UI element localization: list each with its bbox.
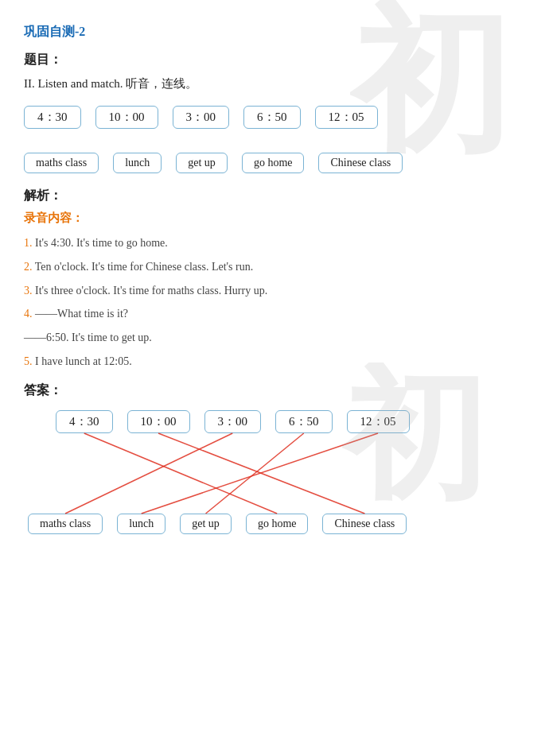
word-box-4: Chinese class: [318, 153, 403, 173]
word-box-3: go home: [242, 153, 305, 173]
section-label: 题目：: [24, 52, 525, 68]
answer-word-2: get up: [180, 514, 232, 534]
content-line-1: 2. Ten o'clock. It's time for Chinese cl…: [24, 258, 525, 277]
svg-line-3: [206, 433, 304, 514]
line-num-1: 2.: [24, 261, 33, 273]
content-line-5: 5. I have lunch at 12:05.: [24, 352, 525, 371]
answer-words-row: maths class lunch get up go home Chinese…: [28, 514, 407, 534]
answer-lines-svg: [24, 410, 525, 585]
word-box-0: maths class: [24, 153, 99, 173]
line-text-4: ——6:50. It's time to get up.: [24, 331, 152, 343]
line-text-1: Ten o'clock. It's time for Chinese class…: [35, 261, 253, 273]
answer-word-3: go home: [246, 514, 309, 534]
answer-times-row: 4：30 10：00 3：00 6：50 12：05: [56, 410, 410, 433]
time-box-0: 4：30: [24, 106, 81, 129]
answer-time-1: 10：00: [127, 410, 190, 433]
time-box-3: 6：50: [243, 106, 301, 129]
instruction: II. Listen and match. 听音，连线。: [24, 76, 525, 91]
word-box-2: get up: [176, 153, 228, 173]
svg-line-4: [142, 433, 378, 514]
answer-time-4: 12：05: [347, 410, 410, 433]
content-line-3: 4. ——What time is it?: [24, 304, 525, 324]
words-row: maths class lunch get up go home Chinese…: [24, 153, 525, 173]
line-num-2: 3.: [24, 285, 33, 297]
content-line-4: ——6:50. It's time to get up.: [24, 328, 525, 347]
line-text-3: ——What time is it?: [35, 308, 128, 320]
answer-time-3: 6：50: [275, 410, 333, 433]
line-text-2: It's three o'clock. It's time for maths …: [35, 285, 267, 297]
answer-time-0: 4：30: [56, 410, 113, 433]
jiexi-label: 解析：: [24, 188, 525, 204]
svg-line-1: [158, 433, 364, 514]
answer-word-4: Chinese class: [322, 514, 407, 534]
content-lines: 1. It's 4:30. It's time to go home. 2. T…: [24, 234, 525, 371]
content-line-2: 3. It's three o'clock. It's time for mat…: [24, 281, 525, 300]
line-num-5: 5.: [24, 355, 33, 367]
line-text-0: It's 4:30. It's time to go home.: [35, 237, 168, 249]
time-box-2: 3：00: [173, 106, 230, 129]
time-box-1: 10：00: [95, 106, 158, 129]
word-box-1: lunch: [113, 153, 162, 173]
svg-line-0: [84, 433, 277, 514]
content-line-0: 1. It's 4:30. It's time to go home.: [24, 234, 525, 253]
svg-line-2: [65, 433, 232, 514]
daan-label: 答案：: [24, 382, 525, 399]
page-title: 巩固自测-2: [24, 24, 525, 41]
line-num-0: 1.: [24, 237, 33, 249]
answer-section: 4：30 10：00 3：00 6：50 12：05 maths class l…: [24, 410, 525, 585]
times-row: 4：30 10：00 3：00 6：50 12：05: [24, 106, 525, 129]
answer-word-1: lunch: [117, 514, 165, 534]
answer-word-0: maths class: [28, 514, 103, 534]
line-num-3: 4.: [24, 308, 33, 320]
luyin-label: 录音内容：: [24, 211, 525, 226]
line-text-5: I have lunch at 12:05.: [35, 355, 132, 367]
answer-time-2: 3：00: [204, 410, 262, 433]
time-box-4: 12：05: [315, 106, 378, 129]
page: 初 巩固自测-2 题目： II. Listen and match. 听音，连线…: [0, 0, 549, 601]
